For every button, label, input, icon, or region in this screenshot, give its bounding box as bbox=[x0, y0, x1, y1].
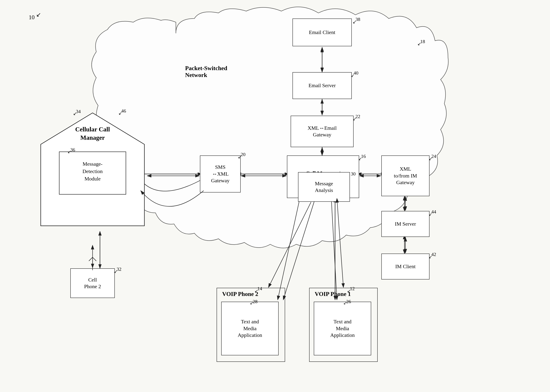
svg-text:Cellular Call: Cellular Call bbox=[75, 126, 110, 133]
svg-line-46 bbox=[268, 202, 311, 287]
svg-text:Module: Module bbox=[85, 176, 100, 182]
svg-line-34 bbox=[92, 257, 96, 261]
xml-im-gateway-box: XMLto/from IMGateway bbox=[381, 155, 430, 196]
cell-phone2-label: CellPhone 2 bbox=[84, 277, 101, 290]
diagram: 10 ↙ bbox=[0, 0, 550, 392]
svg-line-22 bbox=[331, 200, 337, 300]
svg-line-33 bbox=[89, 257, 92, 261]
mdm-ref: 36 bbox=[70, 147, 75, 153]
xml-email-gateway-label: XML↔EmailGateway bbox=[308, 125, 337, 138]
xml-email-gateway-box: XML↔EmailGateway bbox=[291, 116, 353, 147]
svg-text:Message-: Message- bbox=[83, 161, 102, 167]
cellular-call-manager-svg: Cellular Call Manager Message- Detection… bbox=[37, 111, 148, 241]
svg-line-18 bbox=[278, 198, 300, 300]
im-client-arrow-ref: ↙ bbox=[429, 254, 432, 259]
im-server-box: IM Server bbox=[381, 211, 430, 237]
figure-number: 10 bbox=[29, 14, 35, 21]
sms-gateway-box: SMS↔XMLGateway bbox=[200, 155, 241, 192]
im-client-label: IM Client bbox=[395, 263, 416, 270]
sms-gateway-arrow-ref: ↙ bbox=[238, 154, 242, 160]
message-analysis-ref: 30 bbox=[351, 171, 356, 177]
message-analysis-box: MessageAnalysis bbox=[298, 172, 350, 202]
svg-text:Manager: Manager bbox=[80, 134, 105, 141]
email-client-box: Email Client bbox=[292, 19, 352, 46]
svg-line-45 bbox=[337, 198, 343, 287]
sms-gateway-label: SMS↔XMLGateway bbox=[211, 164, 230, 184]
figure-arrow: ↙ bbox=[36, 11, 41, 18]
email-server-label: Email Server bbox=[309, 82, 336, 89]
voip-phone2-device bbox=[217, 288, 285, 362]
email-server-arrow-ref: ↙ bbox=[351, 73, 354, 78]
im-client-box: IM Client bbox=[381, 253, 430, 280]
xml-im-gateway-label: XMLto/from IMGateway bbox=[394, 166, 417, 186]
xml-gateway-arrow-ref: ↙ bbox=[353, 116, 356, 122]
im-server-label: IM Server bbox=[395, 221, 416, 227]
antenna-svg bbox=[87, 255, 98, 270]
email-client-arrow-ref: ↙ bbox=[353, 20, 356, 25]
call-manager-arrow-ref: ↙ bbox=[358, 156, 362, 161]
email-client-label: Email Client bbox=[309, 29, 335, 36]
voip-phone1-device bbox=[309, 288, 378, 362]
xml-im-gateway-arrow-ref: ↙ bbox=[429, 156, 432, 161]
cell-phone2-box: CellPhone 2 bbox=[70, 268, 115, 298]
message-analysis-label: MessageAnalysis bbox=[315, 180, 333, 194]
packet-switched-label: Packet-SwitchedNetwork bbox=[185, 65, 227, 78]
im-server-arrow-ref: ↙ bbox=[429, 212, 432, 217]
svg-text:Detection: Detection bbox=[83, 168, 103, 174]
svg-line-21 bbox=[283, 200, 315, 300]
email-server-box: Email Server bbox=[292, 72, 352, 99]
